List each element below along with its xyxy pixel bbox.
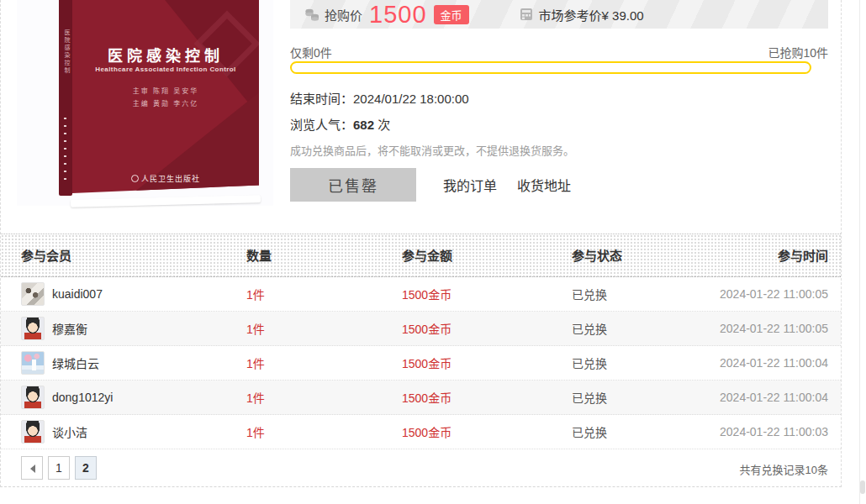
action-bar: 已售罄 我的订单 收货地址 [290, 168, 571, 202]
stock-sold: 已抢购10件 [768, 44, 828, 60]
end-time-line: 结束时间：2024/01/22 18:00:00 [290, 89, 469, 107]
table-row: 谈小洁 1件 1500金币 已兑换 2024-01-22 11:00:03 [1, 415, 841, 449]
table-header-row: 参与会员 数量 参与金额 参与状态 参与时间 [1, 234, 841, 277]
progress-bar [290, 61, 811, 74]
member-avatar [21, 351, 45, 375]
member-cell: kuaidi007 [21, 282, 103, 306]
product-info: 抢购价 1500 金币 市场参考价¥ 39.00 仅剩0件 已抢购10件 [290, 0, 828, 29]
page-button-2[interactable]: 2 [75, 456, 97, 480]
member-name: kuaidi007 [52, 287, 103, 301]
header-status: 参与状态 [572, 234, 622, 278]
product-image: 医院感染控制 医院感染控制 Healthcare Associated Infe… [17, 0, 273, 206]
status-cell: 已兑换 [572, 320, 607, 337]
panel-border-bottom [0, 486, 842, 487]
book-front-cover: 医院感染控制 Healthcare Associated Infection C… [72, 0, 259, 193]
pagination-buttons: 12 [21, 456, 102, 480]
status-cell: 已兑换 [572, 423, 607, 440]
book-publisher: 人民卫生出版社 [72, 173, 259, 184]
table-row: 绿城白云 1件 1500金币 已兑换 2024-01-22 11:00:04 [1, 346, 841, 381]
member-avatar [21, 282, 45, 306]
market-price-text: 市场参考价¥ 39.00 [539, 6, 644, 24]
member-cell: 谈小洁 [21, 420, 87, 444]
price-banner: 抢购价 1500 金币 市场参考价¥ 39.00 [290, 0, 828, 29]
member-avatar [21, 386, 45, 409]
member-cell: 穆嘉衡 [21, 317, 87, 340]
member-avatar [21, 420, 45, 444]
table-row: dong1012yi 1件 1500金币 已兑换 2024-01-22 11:0… [1, 381, 841, 415]
publisher-logo-icon [131, 175, 139, 182]
currency-badge: 金币 [434, 5, 469, 24]
header-member: 参与会员 [21, 234, 71, 278]
panel-border-right [841, 0, 842, 487]
coin-stack-icon [305, 8, 319, 21]
participants-table: 参与会员 数量 参与金额 参与状态 参与时间 kuaidi007 1件 1500… [1, 234, 841, 449]
market-price-block: 市场参考价¥ 39.00 [520, 6, 644, 24]
amount-cell: 1500金币 [402, 286, 451, 302]
exchange-notice: 成功兑换商品后，将不能取消或更改，不提供退换货服务。 [290, 142, 574, 158]
exchange-detail-page: 医院感染控制 医院感染控制 Healthcare Associated Infe… [0, 0, 866, 504]
my-orders-link[interactable]: 我的订单 [443, 175, 497, 195]
qty-cell: 1件 [246, 320, 265, 337]
qty-cell: 1件 [246, 389, 265, 406]
end-time-value: 2024/01/22 18:00:00 [353, 92, 469, 106]
time-cell: 2024-01-22 11:00:05 [720, 322, 828, 335]
book-spine: 医院感染控制 [59, 0, 72, 196]
market-price-icon [520, 8, 533, 21]
member-cell: 绿城白云 [21, 351, 99, 375]
views-line: 浏览人气：682 次 [290, 115, 390, 133]
book-spine-dots [64, 118, 66, 185]
amount-cell: 1500金币 [402, 389, 451, 406]
flash-price-value: 1500 [369, 2, 427, 27]
time-cell: 2024-01-22 11:00:04 [720, 391, 828, 404]
member-cell: dong1012yi [21, 386, 113, 409]
time-cell: 2024-01-22 11:00:03 [720, 425, 828, 438]
page-button-1[interactable]: 1 [48, 456, 70, 480]
sold-out-button[interactable]: 已售罄 [290, 168, 416, 202]
book-title: 医院感染控制 [72, 44, 259, 66]
member-name: 绿城白云 [52, 354, 99, 371]
book-subtitle: Healthcare Associated Infection Control [72, 66, 259, 73]
book-editors: 主编 黄勋 李六亿 [72, 98, 259, 108]
table-row: kuaidi007 1件 1500金币 已兑换 2024-01-22 11:00… [1, 277, 841, 312]
book-spine-title: 医院感染控制 [62, 29, 71, 75]
time-cell: 2024-01-22 11:00:05 [720, 287, 828, 301]
status-cell: 已兑换 [572, 389, 607, 406]
scrollbar-thumb[interactable] [860, 480, 865, 494]
time-cell: 2024-01-22 11:00:04 [720, 356, 828, 370]
amount-cell: 1500金币 [402, 320, 451, 337]
member-name: 穆嘉衡 [52, 320, 87, 337]
amount-cell: 1500金币 [402, 354, 451, 371]
views-count: 682 [353, 118, 374, 132]
scrollbar-track[interactable] [859, 0, 860, 504]
chevron-left-icon [26, 465, 35, 473]
status-cell: 已兑换 [572, 286, 607, 302]
member-avatar [21, 317, 45, 340]
flash-price-label: 抢购价 [325, 6, 362, 24]
qty-cell: 1件 [246, 286, 265, 302]
header-time: 参与时间 [778, 234, 828, 278]
records-summary: 共有兑换记录10条 [740, 461, 828, 477]
stock-remaining: 仅剩0件 [290, 46, 332, 60]
status-cell: 已兑换 [572, 354, 607, 371]
header-amount: 参与金额 [402, 234, 452, 278]
member-name: dong1012yi [52, 391, 113, 404]
qty-cell: 1件 [246, 423, 265, 440]
qty-cell: 1件 [246, 354, 265, 371]
pagination-bar: 12 共有兑换记录10条 [1, 449, 841, 486]
shipping-address-link[interactable]: 收货地址 [517, 175, 571, 195]
book-reviewers: 主审 陈翔 吴安华 [72, 86, 259, 95]
stock-line: 仅剩0件 已抢购10件 [290, 44, 828, 60]
header-qty: 数量 [246, 234, 272, 278]
book-pages-edge [71, 195, 261, 207]
amount-cell: 1500金币 [402, 423, 451, 440]
prev-page-button[interactable] [21, 456, 43, 480]
book-cover-illustration: 医院感染控制 医院感染控制 Healthcare Associated Infe… [59, 0, 261, 202]
table-row: 穆嘉衡 1件 1500金币 已兑换 2024-01-22 11:00:05 [1, 312, 841, 346]
member-name: 谈小洁 [52, 423, 87, 440]
